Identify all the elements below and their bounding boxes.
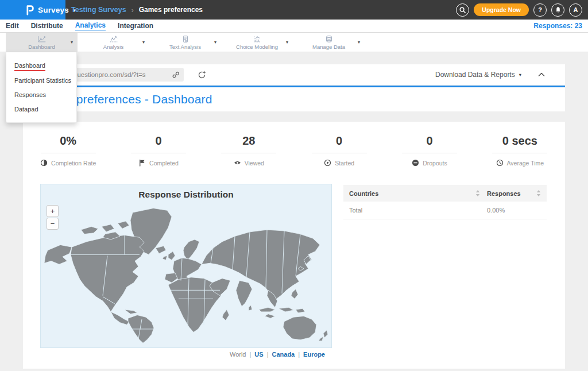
play-circle-icon — [324, 159, 331, 167]
nav-item-edit[interactable]: Edit — [6, 22, 19, 30]
toolbar-button-label: Dashboard — [28, 44, 55, 50]
stat-started: 0 Started — [294, 134, 384, 167]
responses-count[interactable]: Responses: 23 — [533, 22, 582, 30]
table-cell-responses: 0.00% — [487, 207, 541, 214]
minus-circle-icon — [412, 159, 419, 167]
toolbar-text-analysis-button[interactable]: Text Analysis — [149, 33, 221, 52]
chevron-up-icon[interactable] — [537, 71, 546, 79]
flag-icon — [138, 159, 146, 167]
map-region-links: World|US|Canada|Europe — [40, 351, 332, 358]
toolbar-analysis-button[interactable]: Analysis — [78, 33, 149, 52]
nav-item-distribute[interactable]: Distribute — [31, 22, 63, 30]
menu-item-label: Participant Statistics — [14, 77, 71, 85]
table-row: Total 0.00% — [343, 202, 547, 219]
stat-label: Started — [335, 160, 354, 167]
nav-item-analytics[interactable]: Analytics — [75, 21, 106, 30]
menu-item-responses[interactable]: Responses — [6, 88, 76, 102]
stat-label: Dropouts — [423, 160, 447, 167]
notifications-button[interactable] — [551, 3, 564, 17]
chevron-down-icon[interactable] — [358, 40, 360, 45]
stat-label: Average Time — [507, 160, 544, 167]
upgrade-button[interactable]: Upgrade Now — [474, 3, 529, 16]
download-data-reports-menu[interactable]: Download Data & Reports — [435, 71, 521, 79]
survey-section-nav: Edit Distribute Analytics Integration Re… — [0, 20, 588, 33]
download-data-reports-label: Download Data & Reports — [435, 71, 515, 79]
toolbar-button-label: Choice Modelling — [236, 44, 278, 50]
toolbar-button-label: Text Analysis — [169, 44, 201, 50]
bell-icon — [555, 6, 562, 14]
database-icon — [324, 35, 334, 43]
stat-value: 0 — [155, 134, 161, 148]
clock-icon — [496, 159, 504, 167]
divider — [221, 153, 276, 153]
stat-label: Viewed — [245, 160, 264, 167]
menu-item-participant-statistics[interactable]: Participant Statistics — [6, 74, 76, 88]
nav-item-integration[interactable]: Integration — [118, 22, 153, 30]
eye-icon — [234, 159, 241, 167]
choice-chart-icon — [253, 35, 262, 43]
dashboard-header-card: Download Data & Reports Games preference… — [23, 64, 565, 111]
map-link-world[interactable]: World — [230, 351, 246, 358]
text-document-icon — [181, 35, 190, 43]
stat-average-time: 0 secs Average Time — [475, 134, 565, 167]
questionpro-logo-icon — [25, 4, 34, 16]
map-link-us[interactable]: US — [254, 351, 263, 358]
stat-value: 0 secs — [502, 134, 537, 148]
breadcrumb: Testing Surveys Games preferences — [71, 5, 203, 15]
countries-table: Countries Responses Total 0.00% — [343, 185, 547, 219]
add-chart-icon[interactable] — [198, 71, 206, 79]
search-button[interactable] — [456, 3, 469, 17]
dashboard-dropdown-menu: Dashboard Participant Statistics Respons… — [6, 52, 77, 123]
stat-value: 28 — [242, 134, 255, 148]
toolbar-button-label: Analysis — [103, 44, 123, 50]
table-cell-country: Total — [349, 207, 487, 214]
menu-item-label: Datapad — [14, 106, 38, 114]
toolbar-dashboard-button[interactable]: Dashboard — [6, 33, 78, 52]
divider — [312, 153, 367, 153]
toolbar-button-label: Manage Data — [312, 44, 345, 50]
map-link-canada[interactable]: Canada — [272, 351, 295, 358]
half-circle-icon — [40, 159, 48, 167]
response-distribution-map: Response Distribution + − — [40, 184, 332, 348]
divider — [131, 153, 186, 153]
sort-icon[interactable] — [475, 190, 480, 196]
toolbar-choice-modelling-button[interactable]: Choice Modelling — [221, 33, 293, 52]
divider — [492, 153, 547, 153]
account-button[interactable]: A — [569, 3, 582, 17]
chevron-down-icon[interactable] — [142, 40, 145, 45]
analysis-chart-icon — [109, 35, 118, 43]
divider — [41, 153, 96, 153]
divider — [402, 153, 457, 153]
chevron-down-icon — [519, 72, 521, 78]
topbar-actions: Upgrade Now ? A — [456, 3, 588, 17]
sort-icon[interactable] — [536, 190, 541, 196]
map-title: Response Distribution — [41, 190, 331, 200]
analytics-toolbar: Dashboard Analysis Text Analysis Choice … — [0, 33, 588, 52]
breadcrumb-current: Games preferences — [139, 6, 203, 14]
questionpro-dashboard-screen: Surveys Testing Surveys Games preference… — [0, 0, 588, 371]
help-button[interactable]: ? — [533, 3, 547, 17]
page-title-section: Games preferences - Dashboard — [23, 86, 565, 111]
product-switcher[interactable]: Surveys — [0, 0, 65, 20]
stat-label: Completion Rate — [51, 160, 96, 167]
toolbar-manage-data-button[interactable]: Manage Data — [293, 33, 365, 52]
breadcrumb-folder-link[interactable]: Testing Surveys — [71, 6, 126, 14]
chevron-down-icon[interactable] — [286, 40, 288, 45]
world-map[interactable] — [41, 204, 332, 346]
stats-row: 0% Completion Rate 0 Completed 28 — [23, 122, 565, 167]
column-header-countries: Countries — [349, 190, 378, 197]
link-icon[interactable] — [172, 71, 180, 79]
menu-item-datapad[interactable]: Datapad — [6, 102, 76, 117]
line-chart-icon — [37, 35, 47, 43]
chevron-down-icon[interactable] — [214, 40, 216, 45]
search-icon — [459, 6, 466, 14]
separator: | — [267, 351, 269, 358]
menu-item-label: Responses — [14, 91, 46, 99]
menu-item-dashboard[interactable]: Dashboard — [6, 59, 76, 74]
stat-viewed: 28 Viewed — [204, 134, 294, 167]
column-header-responses: Responses — [487, 190, 521, 197]
map-link-europe[interactable]: Europe — [303, 351, 325, 358]
menu-item-label: Dashboard — [14, 62, 45, 71]
stat-dropouts: 0 Dropouts — [384, 134, 474, 167]
chevron-down-icon[interactable] — [71, 40, 73, 45]
